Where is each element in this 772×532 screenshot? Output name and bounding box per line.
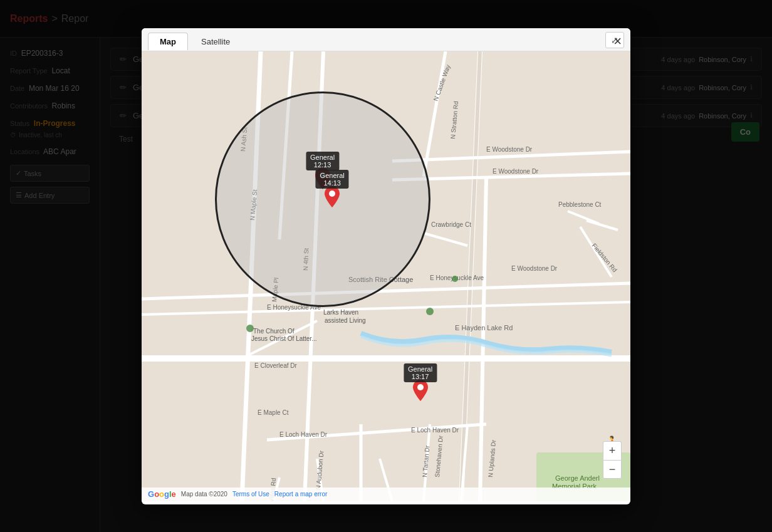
- map-footer: Google Map data ©2020 Terms of Use Repor…: [142, 488, 630, 501]
- svg-text:Scottish Rite Cottage: Scottish Rite Cottage: [348, 276, 413, 283]
- google-logo: Google: [148, 489, 176, 499]
- svg-text:E Woodstone Dr: E Woodstone Dr: [493, 168, 539, 175]
- svg-point-57: [246, 325, 254, 332]
- map-area[interactable]: George Anderl Memorial Park N Ash St N S…: [142, 51, 630, 501]
- svg-text:The Church Of: The Church Of: [253, 328, 295, 335]
- pin-tooltip-3: General 13:17: [404, 363, 437, 382]
- pin-svg-2: [325, 186, 340, 207]
- pin-tooltip-2: General 14:13: [316, 170, 349, 189]
- svg-text:E Woodstone Dr: E Woodstone Dr: [511, 265, 558, 272]
- zoom-in-button[interactable]: +: [603, 441, 622, 460]
- modal-overlay: × Map Satellite ⤢: [0, 0, 772, 532]
- svg-text:assisted Living: assisted Living: [325, 317, 366, 324]
- svg-point-61: [329, 190, 335, 197]
- svg-text:E Loch Haven Dr: E Loch Haven Dr: [279, 431, 328, 438]
- svg-text:E Maple Ct: E Maple Ct: [258, 409, 289, 416]
- modal-close-button[interactable]: ×: [613, 34, 622, 48]
- svg-text:E Honeysuckle Ave: E Honeysuckle Ave: [267, 304, 321, 311]
- terms-of-use-link[interactable]: Terms of Use: [232, 491, 269, 498]
- svg-text:Jesus Christ Of Latter...: Jesus Christ Of Latter...: [251, 335, 316, 342]
- map-tab-bar: Map Satellite ⤢: [142, 28, 630, 51]
- svg-point-54: [426, 308, 434, 315]
- map-pin-3[interactable]: General 13:17: [413, 380, 428, 404]
- map-pin-2[interactable]: General 14:13: [325, 186, 340, 210]
- tab-map[interactable]: Map: [148, 33, 188, 50]
- svg-text:E Cloverleaf Dr: E Cloverleaf Dr: [254, 362, 297, 369]
- map-background: George Anderl Memorial Park N Ash St N S…: [142, 51, 630, 501]
- svg-point-62: [417, 384, 424, 390]
- zoom-out-button[interactable]: −: [603, 460, 622, 479]
- svg-text:George Anderl: George Anderl: [555, 474, 600, 482]
- svg-text:Larks Haven: Larks Haven: [323, 309, 358, 316]
- zoom-controls: + −: [603, 441, 622, 479]
- svg-text:Crawbridge Ct: Crawbridge Ct: [431, 221, 471, 228]
- tab-satellite[interactable]: Satellite: [189, 33, 242, 50]
- svg-text:E Loch Haven Dr: E Loch Haven Dr: [411, 427, 459, 434]
- svg-text:N 4th St: N 4th St: [302, 248, 310, 271]
- pin-tooltip-1: General 12:13: [306, 152, 339, 170]
- svg-text:Pebblestone Ct: Pebblestone Ct: [558, 201, 602, 208]
- pin-svg-3: [413, 380, 428, 401]
- svg-text:E Hayden Lake Rd: E Hayden Lake Rd: [455, 324, 513, 331]
- svg-text:E Woodstone Dr: E Woodstone Dr: [486, 146, 533, 153]
- map-modal: × Map Satellite ⤢: [142, 28, 630, 504]
- report-map-error-link[interactable]: Report a map error: [274, 491, 327, 498]
- svg-point-51: [452, 276, 458, 282]
- map-data-text: Map data ©2020: [181, 491, 227, 498]
